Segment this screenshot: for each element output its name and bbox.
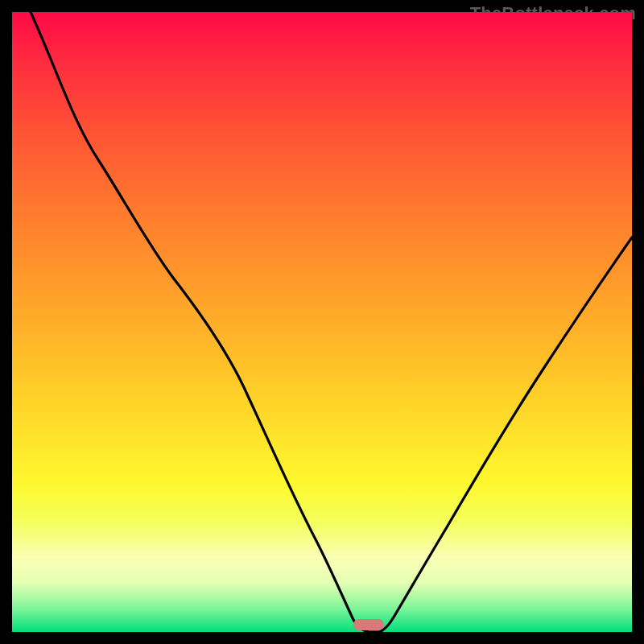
plot-area <box>12 12 632 632</box>
chart-frame: TheBottleneck.com <box>0 0 644 644</box>
bottleneck-curve <box>12 12 632 632</box>
curve-path <box>31 12 632 632</box>
minimum-marker <box>353 619 384 630</box>
